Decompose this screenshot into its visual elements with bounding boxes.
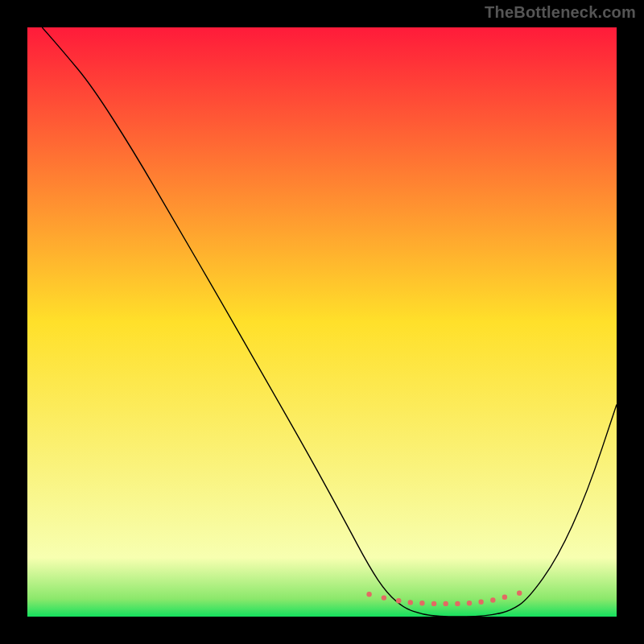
svg-point-3 — [408, 600, 413, 605]
watermark-text: TheBottleneck.com — [485, 3, 636, 22]
plot-area — [27, 27, 617, 617]
svg-point-8 — [467, 601, 472, 605]
svg-point-4 — [419, 601, 424, 605]
gradient-bg — [27, 27, 617, 617]
svg-point-7 — [455, 601, 460, 606]
svg-point-10 — [490, 597, 495, 602]
svg-point-1 — [382, 595, 386, 600]
svg-point-5 — [431, 601, 436, 606]
chart-frame: TheBottleneck.com — [0, 0, 644, 644]
svg-point-9 — [478, 600, 483, 605]
svg-point-6 — [444, 601, 448, 606]
svg-point-12 — [517, 591, 522, 596]
svg-point-2 — [396, 598, 401, 603]
svg-point-0 — [366, 592, 371, 597]
chart-svg — [27, 27, 617, 617]
svg-point-11 — [502, 595, 507, 600]
